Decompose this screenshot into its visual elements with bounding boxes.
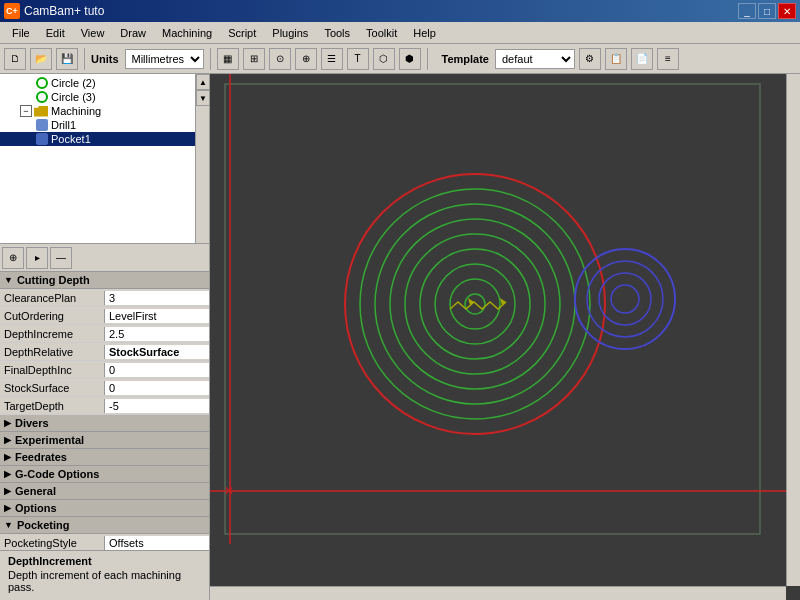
prop-row: DepthRelativeStockSurface	[0, 343, 209, 361]
sep2	[210, 48, 211, 70]
new-button[interactable]: 🗋	[4, 48, 26, 70]
section-expand-icon: ▶	[4, 452, 11, 462]
menu-item-file[interactable]: File	[4, 25, 38, 41]
section-name: Feedrates	[15, 451, 67, 463]
prop-row: StockSurface0	[0, 379, 209, 397]
tree-item-label: Circle (2)	[51, 77, 96, 89]
tb-btn3[interactable]: ⊙	[269, 48, 291, 70]
mini-toolbar: ⊕ ▸ —	[0, 244, 209, 272]
prop-name: PocketingStyle	[0, 536, 105, 550]
menu-item-script[interactable]: Script	[220, 25, 264, 41]
prop-section-divers[interactable]: ▶Divers	[0, 415, 209, 432]
mini-btn3[interactable]: —	[50, 247, 72, 269]
tree-scrollbar[interactable]: ▲ ▼	[195, 74, 209, 243]
prop-section-experimental[interactable]: ▶Experimental	[0, 432, 209, 449]
prop-row: DepthIncreme2.5	[0, 325, 209, 343]
tree-item[interactable]: Pocket1	[0, 132, 209, 146]
section-expand-icon: ▶	[4, 486, 11, 496]
prop-value[interactable]: -5	[105, 399, 209, 413]
app-icon: C+	[4, 3, 20, 19]
tb-btn4[interactable]: ⊕	[295, 48, 317, 70]
template-select[interactable]: defaut	[495, 49, 575, 69]
sep3	[427, 48, 428, 70]
title-left: C+ CamBam+ tuto	[4, 3, 104, 19]
section-name: General	[15, 485, 56, 497]
section-expand-icon: ▼	[4, 275, 13, 285]
prop-value[interactable]: 2.5	[105, 327, 209, 341]
tree-item[interactable]: −Machining	[0, 104, 209, 118]
prop-name: TargetDepth	[0, 399, 105, 413]
pocket-icon	[36, 133, 48, 145]
tree-item-label: Pocket1	[51, 133, 91, 145]
close-button[interactable]: ✕	[778, 3, 796, 19]
save-button[interactable]: 💾	[56, 48, 78, 70]
prop-value[interactable]: LevelFirst	[105, 309, 209, 323]
prop-section-feedrates[interactable]: ▶Feedrates	[0, 449, 209, 466]
prop-section-cutting-depth[interactable]: ▼Cutting Depth	[0, 272, 209, 289]
prop-row: FinalDepthInc0	[0, 361, 209, 379]
section-expand-icon: ▶	[4, 469, 11, 479]
scroll-down[interactable]: ▼	[196, 90, 209, 106]
vertical-scrollbar[interactable]	[786, 74, 800, 586]
section-name: Experimental	[15, 434, 84, 446]
left-panel: Circle (2)Circle (3)−MachiningDrill1Pock…	[0, 74, 210, 600]
prop-value[interactable]: StockSurface	[105, 345, 209, 359]
prop-name: FinalDepthInc	[0, 363, 105, 377]
props-panel: ▼Cutting DepthClearancePlan3CutOrderingL…	[0, 272, 209, 550]
prop-value[interactable]: Offsets	[105, 536, 209, 550]
tb-btn9[interactable]: ⚙	[579, 48, 601, 70]
scroll-up[interactable]: ▲	[196, 74, 209, 90]
section-expand-icon: ▶	[4, 503, 11, 513]
section-name: G-Code Options	[15, 468, 99, 480]
prop-section-pocketing[interactable]: ▼Pocketing	[0, 517, 209, 534]
prop-name: StockSurface	[0, 381, 105, 395]
section-expand-icon: ▼	[4, 520, 13, 530]
maximize-button[interactable]: □	[758, 3, 776, 19]
tree-area: Circle (2)Circle (3)−MachiningDrill1Pock…	[0, 74, 209, 244]
tb-btn7[interactable]: ⬡	[373, 48, 395, 70]
section-expand-icon: ▶	[4, 418, 11, 428]
mini-btn2[interactable]: ▸	[26, 247, 48, 269]
prop-section-options[interactable]: ▶Options	[0, 500, 209, 517]
prop-value[interactable]: 3	[105, 291, 209, 305]
menu-item-help[interactable]: Help	[405, 25, 444, 41]
tb-btn1[interactable]: ▦	[217, 48, 239, 70]
prop-value[interactable]: 0	[105, 381, 209, 395]
section-name: Divers	[15, 417, 49, 429]
canvas-svg: ✕	[210, 74, 800, 600]
menu-item-plugins[interactable]: Plugins	[264, 25, 316, 41]
tree-item[interactable]: Circle (2)	[0, 76, 209, 90]
prop-section-g-code-options[interactable]: ▶G-Code Options	[0, 466, 209, 483]
menu-item-toolkit[interactable]: Toolkit	[358, 25, 405, 41]
tb-btn6[interactable]: T	[347, 48, 369, 70]
tb-btn8[interactable]: ⬢	[399, 48, 421, 70]
tree-item[interactable]: Circle (3)	[0, 90, 209, 104]
window-controls: _ □ ✕	[738, 3, 796, 19]
prop-value[interactable]: 0	[105, 363, 209, 377]
menu-item-view[interactable]: View	[73, 25, 113, 41]
menu-item-tools[interactable]: Tools	[316, 25, 358, 41]
open-button[interactable]: 📂	[30, 48, 52, 70]
tb-btn12[interactable]: ≡	[657, 48, 679, 70]
menu-item-draw[interactable]: Draw	[112, 25, 154, 41]
minimize-button[interactable]: _	[738, 3, 756, 19]
svg-text:✕: ✕	[224, 484, 234, 498]
tb-btn10[interactable]: 📋	[605, 48, 627, 70]
canvas-area[interactable]: ✕	[210, 74, 800, 600]
menu-item-machining[interactable]: Machining	[154, 25, 220, 41]
section-name: Options	[15, 502, 57, 514]
menu-item-edit[interactable]: Edit	[38, 25, 73, 41]
units-select[interactable]: Millimetres Inches	[125, 49, 204, 69]
horizontal-scrollbar[interactable]	[210, 586, 786, 600]
circle-icon	[36, 77, 48, 89]
expand-icon[interactable]: −	[20, 105, 32, 117]
section-name: Cutting Depth	[17, 274, 90, 286]
tb-btn2[interactable]: ⊞	[243, 48, 265, 70]
prop-section-general[interactable]: ▶General	[0, 483, 209, 500]
mini-btn1[interactable]: ⊕	[2, 247, 24, 269]
prop-row: TargetDepth-5	[0, 397, 209, 415]
tb-btn5[interactable]: ☰	[321, 48, 343, 70]
tree-item[interactable]: Drill1	[0, 118, 209, 132]
status-bar: DepthIncrement Depth increment of each m…	[0, 550, 209, 600]
tb-btn11[interactable]: 📄	[631, 48, 653, 70]
